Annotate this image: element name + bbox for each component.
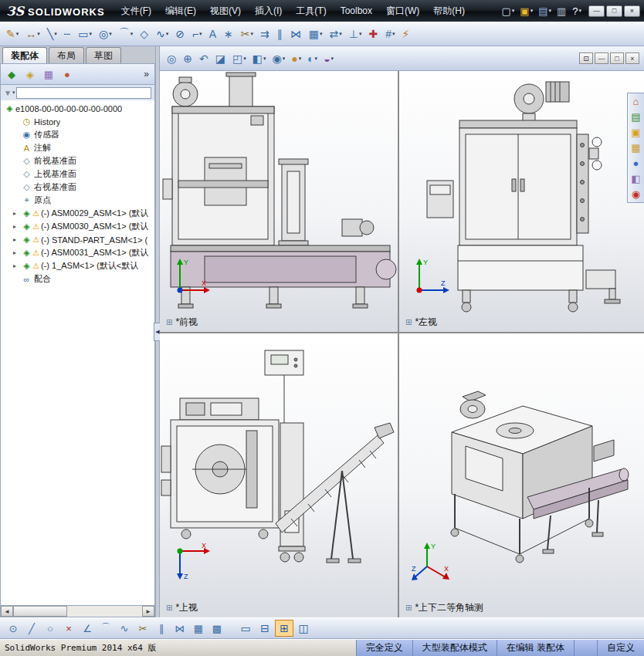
scroll-left-icon[interactable]: ◄ [1, 606, 13, 617]
offset-entities-icon[interactable]: ∥ [274, 25, 286, 43]
viewport-four-button[interactable]: ⊞ [275, 620, 293, 637]
line-icon[interactable]: ╲ ▾ [44, 25, 60, 43]
tree-item-front-plane[interactable]: ◇ 前视基准面 [1, 154, 154, 167]
repair-sketch-icon[interactable]: ✚ [365, 25, 381, 43]
centerline-icon[interactable]: ┄ [61, 25, 74, 43]
pattern-icon[interactable]: ▦ [190, 620, 207, 637]
erase-icon[interactable]: × [60, 620, 77, 637]
menu-edit[interactable]: 编辑(E) [158, 0, 203, 22]
panel-overflow-chevron[interactable]: » [141, 69, 151, 79]
design-library-icon[interactable]: ▤ [631, 112, 640, 122]
viewport-link-button[interactable]: ◫ [294, 620, 313, 637]
previous-view-icon[interactable]: ↶ [197, 49, 212, 68]
tree-item-stand-part[interactable]: ▸ ◈ ⚠ (-) STAND-PART_ASM<1> ( [1, 233, 154, 246]
minimize-button[interactable]: — [588, 5, 605, 17]
zoom-fit-icon[interactable]: ◎ [164, 49, 179, 68]
expand-arrow-icon[interactable]: ▸ [13, 223, 21, 230]
mirror-icon[interactable]: ⋈ [171, 620, 188, 637]
close-button[interactable]: × [624, 5, 640, 17]
expand-arrow-icon[interactable]: ▸ [13, 210, 21, 217]
tree-item-1-asm[interactable]: ▸ ◈ ⚠ (-) 1_ASM<1> (默认<默认 [1, 259, 154, 272]
doc-close-button[interactable]: × [625, 52, 639, 64]
menu-window[interactable]: 窗口(W) [379, 0, 426, 22]
viewport-two-button[interactable]: ⊟ [256, 620, 274, 637]
tab-assembly[interactable]: 装配体 [2, 47, 47, 63]
scroll-right-icon[interactable]: ► [142, 606, 154, 617]
tree-item-asm0030[interactable]: ▸ ◈ ⚠ (-) ASM0030_ASM<1> (默认 [1, 220, 154, 233]
expand-arrow-icon[interactable]: ▸ [13, 249, 21, 256]
arc-icon[interactable]: ⌒ ▾ [116, 25, 137, 43]
viewport-isometric[interactable]: Y X Z ⊞ *上下二等角轴测 [399, 333, 644, 617]
tree-item-asm0031[interactable]: ▸ ◈ ⚠ (-) ASM0031_ASM<1> (默认 [1, 246, 154, 259]
arc-icon[interactable]: ⌒ [97, 620, 114, 637]
view-palette-icon[interactable]: ▦ [631, 143, 640, 153]
doc-collapse-button[interactable]: ⊡ [579, 52, 593, 64]
trim-entities-icon[interactable]: ✂ ▾ [238, 25, 256, 43]
polygon-icon[interactable]: ◇ [137, 25, 152, 43]
trim-icon[interactable]: ✂ [134, 620, 151, 637]
apply-scene-icon[interactable]: ◐ ▾ [305, 49, 320, 68]
tree-item-origin[interactable]: ⌖ 原点 [1, 194, 154, 207]
viewport-single-button[interactable]: ▭ [236, 620, 255, 637]
filter-dropdown-arrow[interactable]: ▾ [12, 90, 15, 96]
display-relations-icon[interactable]: ⊥ ▾ [346, 25, 365, 43]
menu-toolbox[interactable]: Toolbox [334, 0, 379, 22]
select-filter-icon[interactable]: ⊙ [5, 620, 22, 637]
help-icon[interactable]: ? ▾ [570, 2, 584, 19]
print-icon[interactable]: ▥ [554, 2, 569, 19]
spline-icon[interactable]: ∿ [116, 620, 133, 637]
expand-arrow-icon[interactable]: ▸ [13, 236, 21, 243]
ellipse-icon[interactable]: ⊘ [172, 25, 188, 43]
circle-icon[interactable]: ◎ ▾ [96, 25, 115, 43]
featuremanager-tab-icon[interactable]: ◆ [4, 66, 19, 82]
view-settings-icon[interactable]: ◒ ▾ [321, 49, 336, 68]
viewport-front[interactable]: Y X ⊞ *前视 [160, 71, 398, 332]
scrollbar-track[interactable] [13, 606, 142, 617]
appearances-icon[interactable]: ● [633, 158, 639, 168]
spline-icon[interactable]: ∿ ▾ [153, 25, 171, 43]
viewport-top[interactable]: Z X ⊞ *上视 [160, 333, 398, 617]
viewport-left[interactable]: Y Z ⊞ *左视 ⌂▤▣▦●◧◉ [399, 71, 644, 332]
edit-appearance-icon[interactable]: ● ▾ [289, 49, 303, 68]
point-icon[interactable]: ∗ [221, 25, 237, 43]
filter-funnel-icon[interactable]: ▼ [4, 89, 12, 97]
scenes-icon[interactable]: ◧ [631, 174, 640, 184]
file-explorer-icon[interactable]: ▣ [631, 127, 640, 137]
open-icon[interactable]: ▣ ▾ [517, 2, 535, 19]
save-icon[interactable]: ▤ ▾ [536, 2, 554, 19]
tree-item-mates[interactable]: ∞ 配合 [1, 272, 154, 286]
display-style-icon[interactable]: ◧ ▾ [250, 49, 269, 68]
hide-show-items-icon[interactable]: ◉ ▾ [269, 49, 287, 68]
filter-input[interactable] [16, 87, 151, 99]
tree-item-sensors[interactable]: ◉ 传感器 [1, 128, 154, 141]
tree-horizontal-scrollbar[interactable]: ◄ ► [0, 605, 155, 617]
menu-view[interactable]: 视图(V) [203, 0, 248, 22]
line-icon[interactable]: ╱ [23, 620, 40, 637]
tree-item-right-plane[interactable]: ◇ 右视基准面 [1, 181, 154, 194]
zoom-area-icon[interactable]: ⊕ [181, 49, 195, 68]
custom-field[interactable]: 自定义 [597, 640, 644, 656]
perpendicular-icon[interactable]: ∠ [79, 620, 96, 637]
new-document-icon[interactable]: ▢ ▾ [500, 2, 517, 19]
scrollbar-thumb[interactable] [13, 606, 67, 617]
sketch-icon[interactable]: ✎ ▾ [3, 25, 22, 43]
tree-item-annotations[interactable]: A 注解 [1, 141, 154, 154]
quick-snaps-icon[interactable]: # ▾ [382, 25, 398, 43]
tree-item-history[interactable]: ◷ History [1, 115, 154, 128]
convert-entities-icon[interactable]: ⇉ [257, 25, 273, 43]
snap-grid-icon[interactable]: ▩ [208, 620, 225, 637]
rectangle-icon[interactable]: ▭ ▾ [75, 25, 95, 43]
text-icon[interactable]: A [206, 25, 220, 43]
home-icon[interactable]: ⌂ [633, 96, 639, 107]
offset-icon[interactable]: ∥ [153, 620, 170, 637]
linear-pattern-icon[interactable]: ▦ ▾ [306, 25, 326, 43]
doc-minimize-button[interactable]: — [595, 52, 608, 64]
menu-help[interactable]: 帮助(H) [426, 0, 472, 22]
tab-layout[interactable]: 布局 [49, 47, 84, 63]
maximize-button[interactable]: □ [606, 5, 622, 17]
move-entities-icon[interactable]: ⇄ ▾ [326, 25, 344, 43]
view-orientation-icon[interactable]: ◰ ▾ [230, 49, 249, 68]
doc-restore-button[interactable]: □ [610, 52, 624, 64]
menu-insert[interactable]: 插入(I) [248, 0, 289, 22]
menu-tools[interactable]: 工具(T) [289, 0, 333, 22]
